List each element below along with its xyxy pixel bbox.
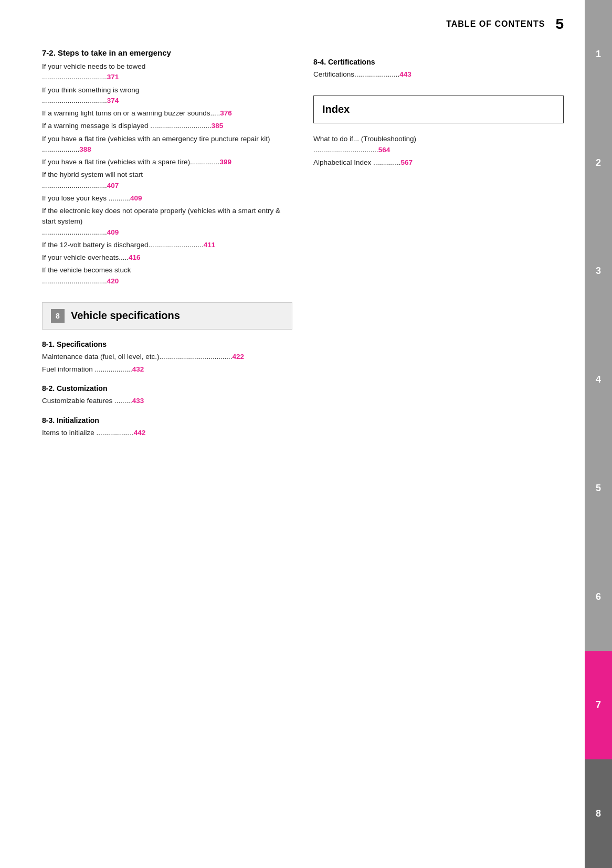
entry-text: If your vehicle needs to be towed [42, 62, 145, 70]
toc-entry: If you lose your keys ...........409 [42, 193, 292, 204]
section-7-2-heading: 7-2. Steps to take in an emergency [42, 48, 292, 57]
tab-1[interactable]: 1 [585, 0, 612, 109]
section-8-1: 8-1. Specifications Maintenance data (fu… [42, 340, 292, 375]
entry-text: If your vehicle overheats..... [42, 253, 129, 261]
entry-text: If a warning light turns on or a warning… [42, 109, 220, 117]
two-column-layout: 7-2. Steps to take in an emergency If yo… [42, 48, 564, 440]
toc-entry: If the 12-volt battery is discharged....… [42, 240, 292, 250]
entry-text: Certifications....................... [313, 70, 399, 78]
entry-text: If the vehicle becomes stuck [42, 266, 131, 274]
page-ref-407[interactable]: 407 [107, 182, 119, 189]
tab-6-label: 6 [596, 591, 601, 602]
tab-8-label: 8 [596, 808, 601, 819]
tab-7[interactable]: 7 [585, 651, 612, 760]
page-ref-567[interactable]: 567 [401, 158, 413, 166]
tab-4[interactable]: 4 [585, 325, 612, 434]
page-ref-416[interactable]: 416 [129, 253, 141, 261]
page-ref-564[interactable]: 564 [378, 146, 391, 154]
main-content: TABLE OF CONTENTS 5 7-2. Steps to take i… [0, 0, 585, 868]
toc-entry: Maintenance data (fuel, oil level, etc.)… [42, 352, 292, 362]
chapter-8-box: 8 Vehicle specifications [42, 302, 292, 330]
tab-3-label: 3 [596, 266, 601, 277]
entry-text: If you have a flat tire (vehicles with a… [42, 135, 270, 153]
dots: ................................. [42, 97, 107, 104]
tab-5[interactable]: 5 [585, 434, 612, 543]
header-title: TABLE OF CONTENTS [446, 19, 545, 29]
section-8-2: 8-2. Customization Customizable features… [42, 384, 292, 406]
toc-entry: Certifications.......................443 [313, 69, 564, 80]
entry-text: If the electronic key does not operate p… [42, 207, 280, 225]
page-ref-385[interactable]: 385 [212, 122, 224, 130]
toc-entry: If a warning message is displayed ......… [42, 121, 292, 131]
entry-text: Alphabetical Index .............. [313, 158, 401, 166]
page-number: 5 [555, 16, 564, 33]
toc-entry: If you have a flat tire (vehicles with a… [42, 134, 292, 155]
section-8-4: 8-4. Certifications Certifications......… [313, 58, 564, 80]
page-ref-374[interactable]: 374 [107, 97, 119, 104]
page-ref-409b[interactable]: 409 [107, 228, 119, 236]
entry-text: If you lose your keys ........... [42, 194, 130, 202]
tab-2-label: 2 [596, 157, 601, 168]
side-tabs: 1 2 3 4 5 6 7 8 [585, 0, 612, 868]
toc-entry: If your vehicle needs to be towed ......… [42, 61, 292, 83]
toc-entry: If the hybrid system will not start ....… [42, 170, 292, 191]
toc-entry: If a warning light turns on or a warning… [42, 108, 292, 119]
index-title: Index [322, 103, 350, 115]
page-ref-371[interactable]: 371 [107, 73, 119, 81]
section-8-3: 8-3. Initialization Items to initialize … [42, 416, 292, 438]
page-container: 1 2 3 4 5 6 7 8 TABLE OF CONTENTS 5 7-2.… [0, 0, 612, 868]
dots: ................................. [313, 146, 378, 154]
tab-4-label: 4 [596, 374, 601, 385]
entry-text: What to do if... (Troubleshooting) [313, 135, 416, 143]
tab-6[interactable]: 6 [585, 543, 612, 651]
entry-text: If the hybrid system will not start [42, 171, 143, 178]
entry-text: If you think something is wrong [42, 86, 139, 94]
toc-entry: Alphabetical Index ..............567 [313, 157, 564, 168]
section-8-2-heading: 8-2. Customization [42, 384, 292, 393]
page-ref-442[interactable]: 442 [134, 429, 146, 437]
toc-entry: If the vehicle becomes stuck ...........… [42, 265, 292, 287]
dots: ................................. [42, 228, 107, 236]
page-ref-399[interactable]: 399 [219, 158, 231, 166]
tab-5-label: 5 [596, 483, 601, 494]
toc-entry: If you think something is wrong ........… [42, 85, 292, 107]
entry-text: Customizable features ......... [42, 397, 132, 405]
entry-text: Maintenance data (fuel, oil level, etc.)… [42, 353, 232, 361]
page-ref-443[interactable]: 443 [399, 70, 411, 78]
tab-2[interactable]: 2 [585, 109, 612, 217]
page-ref-411[interactable]: 411 [204, 241, 216, 249]
tab-8[interactable]: 8 [585, 759, 612, 868]
entry-text: If you have a flat tire (vehicles with a… [42, 158, 219, 166]
index-entries: What to do if... (Troubleshooting) .....… [313, 134, 564, 168]
entry-text: Fuel information ................... [42, 365, 132, 373]
entry-text: If the 12-volt battery is discharged....… [42, 241, 204, 249]
entry-text: If a warning message is displayed ......… [42, 122, 212, 130]
toc-entry: If your vehicle overheats.....416 [42, 252, 292, 263]
section-8-4-heading: 8-4. Certifications [313, 58, 564, 66]
tab-1-label: 1 [596, 49, 601, 60]
page-ref-420[interactable]: 420 [107, 277, 119, 285]
page-ref-433[interactable]: 433 [132, 397, 144, 405]
section-8-1-heading: 8-1. Specifications [42, 340, 292, 348]
chapter-8-badge: 8 [51, 309, 65, 323]
toc-entry: If you have a flat tire (vehicles with a… [42, 157, 292, 167]
page-ref-432[interactable]: 432 [132, 365, 144, 373]
toc-entry: What to do if... (Troubleshooting) .....… [313, 134, 564, 155]
toc-entry: Customizable features .........433 [42, 396, 292, 406]
section-7-2: 7-2. Steps to take in an emergency If yo… [42, 48, 292, 287]
page-ref-422[interactable]: 422 [232, 353, 244, 361]
dots: ................................. [42, 73, 107, 81]
tab-3[interactable]: 3 [585, 217, 612, 326]
page-ref-388[interactable]: 388 [79, 145, 91, 153]
right-column: 8-4. Certifications Certifications......… [313, 48, 564, 440]
left-column: 7-2. Steps to take in an emergency If yo… [42, 48, 292, 440]
tab-7-label: 7 [596, 700, 601, 711]
page-ref-376[interactable]: 376 [220, 109, 232, 117]
toc-entry: Items to initialize ...................4… [42, 428, 292, 438]
entry-text: Items to initialize ................... [42, 429, 134, 437]
page-ref-409a[interactable]: 409 [130, 194, 142, 202]
section-8-3-heading: 8-3. Initialization [42, 416, 292, 425]
page-header: TABLE OF CONTENTS 5 [42, 16, 564, 33]
toc-entry: Fuel information ...................432 [42, 364, 292, 375]
index-box: Index [313, 96, 564, 123]
